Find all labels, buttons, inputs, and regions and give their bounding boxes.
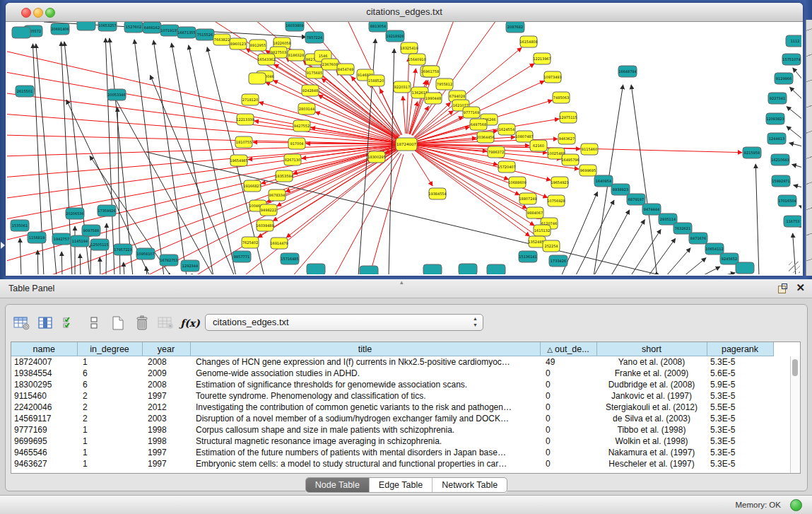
table-cell: 6 <box>77 368 142 379</box>
table-cell: 5.3E-5 <box>707 390 773 402</box>
table-mode-icon[interactable] <box>13 314 31 332</box>
table-cell: 5.3E-5 <box>707 413 773 424</box>
column-header-out_de[interactable]: △out_de... <box>540 342 596 356</box>
graph-node-label: 20053346 <box>107 93 125 97</box>
graph-node[interactable] <box>459 264 477 274</box>
graph-node-label: 12505115 <box>90 243 108 247</box>
selection-mode-icon[interactable] <box>61 314 79 332</box>
table-row[interactable]: 1830029562008Estimation of significance … <box>11 379 773 390</box>
table-cell: Tourette syndrome. Phenomenology and cla… <box>190 390 540 402</box>
graph-edge <box>124 262 124 274</box>
table-row[interactable]: 2242004622012Investigating the contribut… <box>11 402 773 413</box>
table-cell: Dudbridge et al. (2008) <box>596 379 707 390</box>
tab-network-table[interactable]: Network Table <box>433 478 507 492</box>
graph-node[interactable] <box>360 266 378 274</box>
graph-node-label: 1942757 <box>54 237 69 241</box>
graph-node[interactable] <box>423 264 442 274</box>
table-row[interactable]: 946554611997Estimation of the future num… <box>11 447 773 458</box>
graph-node[interactable] <box>487 264 505 274</box>
graph-node-label: 9097588 <box>83 228 99 233</box>
delete-column-icon[interactable] <box>133 314 151 332</box>
citation-network-graph[interactable]: 2405572206914061065325715276026466162107… <box>7 22 801 274</box>
graph-node-label: 17957223 <box>114 247 131 252</box>
new-column-icon[interactable] <box>109 314 127 332</box>
graph-node-label: 15716485 <box>281 257 298 261</box>
table-row[interactable]: 969969511998Structural magnetic resonanc… <box>11 436 773 447</box>
table-scrollbar[interactable] <box>790 356 800 473</box>
graph-node-label: 7986372 <box>488 150 504 154</box>
table-row[interactable]: 911546021997Tourette syndrome. Phenomeno… <box>11 390 773 402</box>
table-cell: 5.3E-5 <box>707 424 773 436</box>
close-icon[interactable]: ✕ <box>796 282 805 293</box>
tab-node-table[interactable]: Node Table <box>306 478 370 492</box>
graph-node-label: 1156819 <box>29 235 45 240</box>
sort-ascending-icon: △ <box>547 346 553 354</box>
graph-edge <box>575 200 614 274</box>
column-header-pagerank[interactable]: pagerank <box>707 342 773 356</box>
graph-node[interactable] <box>12 27 30 38</box>
table-row[interactable]: 1456911722003Disruption of a novel membe… <box>11 413 773 424</box>
table-cell: Hescheler et al. (1997) <box>596 458 707 469</box>
graph-node-label: 8267130 <box>285 158 300 162</box>
graph-node-label: 15640910 <box>408 57 425 62</box>
table-cell: Investigating the contribution of common… <box>190 402 540 413</box>
network-window: citations_edges.txt 24055722069140610653… <box>6 3 803 276</box>
table-cell: Estimation of significance thresholds fo… <box>190 379 540 390</box>
function-builder-icon[interactable]: ƒ(x) <box>181 314 199 332</box>
graph-edge <box>410 22 454 134</box>
column-header-in_degree[interactable]: in_degree <box>77 342 142 356</box>
graph-node[interactable] <box>77 22 95 30</box>
table-cell: 18724007 <box>11 356 77 368</box>
graph-node-label: 8186328 <box>288 53 304 57</box>
graph-node-label: 1615132 <box>534 228 550 233</box>
column-header-short[interactable]: short <box>596 342 707 356</box>
table-cell: Wolkin et al. (1998) <box>596 436 707 447</box>
table-cell: 0 <box>540 390 596 402</box>
window-titlebar[interactable]: citations_edges.txt <box>6 3 803 22</box>
graph-node-label: 19166827 <box>243 184 261 188</box>
graph-node-label: 1292344 <box>182 264 198 268</box>
hidden-panel-arrow-icon[interactable] <box>1 242 5 249</box>
memory-indicator[interactable] <box>790 499 802 511</box>
graph-edge <box>799 206 801 207</box>
table-panel: ▴ Table Panel ✕ ƒ(x) citations_edges.txt… <box>0 279 812 495</box>
table-selector-dropdown[interactable]: citations_edges.txt ▲▼ <box>205 314 483 331</box>
row-height-icon[interactable] <box>85 314 103 332</box>
column-visibility-icon[interactable] <box>37 314 55 332</box>
graph-node-label: 1640954 <box>596 179 611 183</box>
table-row[interactable]: 946362711997Embryonic stem cells: a mode… <box>11 458 773 469</box>
graph-node-label: 1546 <box>319 54 328 58</box>
table-cell: Genome-wide association studies in ADHD. <box>190 368 540 379</box>
graph-node-label: 9115460 <box>582 147 597 151</box>
split-divider-handle[interactable]: ▴ <box>400 279 404 286</box>
network-view-canvas[interactable]: 2405572206914061065325715276026466162107… <box>7 22 801 274</box>
table-scrollbar-thumb[interactable] <box>792 359 798 376</box>
status-bar: Memory: OK <box>0 495 812 514</box>
table-row[interactable]: 1938455462009Genome-wide association stu… <box>11 368 773 379</box>
tab-edge-table[interactable]: Edge Table <box>370 478 433 492</box>
graph-node-label: 7632621 <box>675 226 690 230</box>
delete-table-icon[interactable] <box>157 314 175 332</box>
column-header-name[interactable]: name <box>11 342 77 356</box>
column-header-year[interactable]: year <box>142 342 190 356</box>
graph-node-label: 8912955 <box>250 43 266 47</box>
graph-node[interactable] <box>249 73 266 84</box>
window-resize-grip[interactable] <box>789 262 800 273</box>
table-cell: 22420046 <box>11 402 77 413</box>
graph-node-label: 9884067 <box>527 211 543 215</box>
column-header-title[interactable]: title <box>190 342 540 356</box>
float-window-icon[interactable] <box>778 284 787 293</box>
table-cell: 5.3E-5 <box>707 356 773 368</box>
table-row[interactable]: 1872400712008Changes of HCN gene express… <box>11 356 773 368</box>
table-tabs: Node TableEdge TableNetwork Table <box>305 477 507 493</box>
graph-node-label: 16154808 <box>519 40 537 44</box>
graph-node-label: 16782753 <box>160 258 177 262</box>
graph-node-label: 8938923 <box>613 187 628 192</box>
graph-node-label: 10719135 <box>160 28 178 33</box>
graph-node[interactable] <box>307 264 325 274</box>
table-row[interactable]: 977716911998Corpus callosum shape and si… <box>11 424 773 436</box>
graph-node-label: 1112 <box>791 39 800 43</box>
table-cell: 0 <box>540 436 596 447</box>
graph-node-label: 9857771 <box>234 255 249 259</box>
graph-node[interactable] <box>736 262 754 274</box>
